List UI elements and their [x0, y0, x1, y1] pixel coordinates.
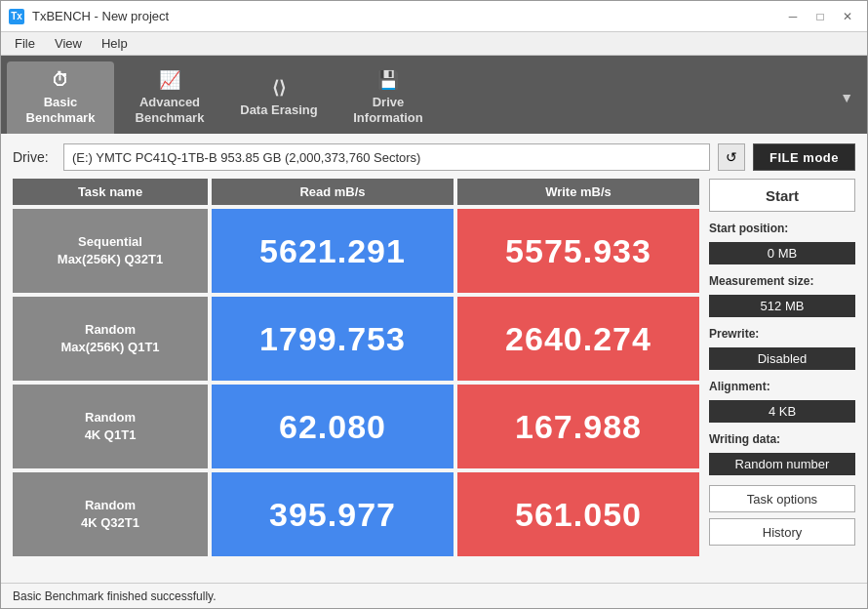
cell-write-1: 2640.274 — [457, 297, 699, 381]
toolbar: ⏱ BasicBenchmark 📈 AdvancedBenchmark ⟨⟩ … — [1, 56, 867, 134]
results-area: Task name Read mB/s Write mB/s Sequentia… — [13, 179, 855, 575]
advanced-benchmark-icon: 📈 — [159, 69, 180, 91]
right-panel: Start Start position: 0 MB Measurement s… — [709, 179, 855, 575]
cell-write-2: 167.988 — [457, 385, 699, 468]
start-position-value: 0 MB — [709, 242, 855, 264]
table-row: RandomMax(256K) Q1T1 1799.753 2640.274 — [13, 297, 699, 381]
title-bar: Tx TxBENCH - New project ─ □ ✕ — [1, 1, 867, 32]
start-position-label: Start position: — [709, 222, 855, 235]
maximize-button[interactable]: □ — [809, 8, 832, 25]
measurement-size-label: Measurement size: — [709, 274, 855, 288]
drive-label: Drive: — [13, 149, 56, 165]
dropdown-arrow[interactable]: ▼ — [832, 61, 861, 134]
menu-file[interactable]: File — [5, 34, 45, 53]
tab-data-erasing[interactable]: ⟨⟩ Data Erasing — [225, 61, 333, 134]
row-label-1: RandomMax(256K) Q1T1 — [13, 297, 208, 381]
main-window: Tx TxBENCH - New project ─ □ ✕ File View… — [0, 0, 868, 609]
cell-read-2: 62.080 — [212, 385, 454, 468]
close-button[interactable]: ✕ — [836, 8, 859, 25]
alignment-value: 4 KB — [709, 400, 855, 423]
writing-data-label: Writing data: — [709, 432, 855, 446]
col-write: Write mB/s — [457, 179, 699, 205]
col-task-name: Task name — [13, 179, 208, 205]
row-label-3: Random4K Q32T1 — [13, 472, 208, 556]
drive-refresh-button[interactable]: ↺ — [718, 143, 745, 171]
alignment-label: Alignment: — [709, 380, 855, 393]
advanced-benchmark-label: AdvancedBenchmark — [136, 95, 205, 125]
data-erasing-icon: ⟨⟩ — [272, 77, 286, 99]
drive-select[interactable]: (E:) YMTC PC41Q-1TB-B 953.85 GB (2,000,3… — [63, 143, 710, 171]
table-row: Random4K Q32T1 395.977 561.050 — [13, 472, 699, 556]
prewrite-value: Disabled — [709, 347, 855, 370]
writing-data-value: Random number — [709, 453, 855, 475]
file-mode-button[interactable]: FILE mode — [753, 143, 855, 171]
table-row: SequentialMax(256K) Q32T1 5621.291 5575.… — [13, 209, 699, 293]
main-content: Drive: (E:) YMTC PC41Q-1TB-B 953.85 GB (… — [1, 134, 867, 585]
tab-advanced-benchmark[interactable]: 📈 AdvancedBenchmark — [116, 61, 223, 134]
row-label-0: SequentialMax(256K) Q32T1 — [13, 209, 208, 293]
prewrite-label: Prewrite: — [709, 327, 855, 341]
cell-read-3: 395.977 — [212, 472, 454, 556]
window-title: TxBENCH - New project — [32, 9, 169, 23]
table-header: Task name Read mB/s Write mB/s — [13, 179, 699, 205]
drive-select-wrapper: (E:) YMTC PC41Q-1TB-B 953.85 GB (2,000,3… — [63, 143, 710, 171]
results-table: Task name Read mB/s Write mB/s Sequentia… — [13, 179, 699, 575]
history-button[interactable]: History — [709, 518, 855, 546]
col-read: Read mB/s — [212, 179, 454, 205]
cell-read-0: 5621.291 — [212, 209, 454, 293]
row-label-2: Random4K Q1T1 — [13, 385, 208, 468]
table-row: Random4K Q1T1 62.080 167.988 — [13, 385, 699, 468]
title-bar-left: Tx TxBENCH - New project — [9, 9, 169, 24]
tab-basic-benchmark[interactable]: ⏱ BasicBenchmark — [7, 61, 114, 134]
basic-benchmark-label: BasicBenchmark — [26, 95, 96, 125]
minimize-button[interactable]: ─ — [781, 8, 805, 25]
title-bar-controls: ─ □ ✕ — [781, 8, 859, 25]
data-erasing-label: Data Erasing — [240, 102, 317, 118]
app-icon: Tx — [9, 9, 24, 24]
toolbar-spacer — [444, 61, 830, 134]
refresh-icon: ↺ — [726, 149, 737, 165]
cell-write-3: 561.050 — [457, 472, 699, 556]
menu-bar: File View Help — [1, 32, 867, 56]
drive-information-icon: 💾 — [377, 69, 399, 91]
status-bar: Basic Benchmark finished successfully. — [1, 583, 867, 608]
tab-drive-information[interactable]: 💾 DriveInformation — [335, 61, 442, 134]
status-text: Basic Benchmark finished successfully. — [13, 589, 217, 603]
drive-row: Drive: (E:) YMTC PC41Q-1TB-B 953.85 GB (… — [13, 143, 855, 171]
cell-write-0: 5575.933 — [457, 209, 699, 293]
measurement-size-value: 512 MB — [709, 295, 855, 317]
cell-read-1: 1799.753 — [212, 297, 454, 381]
menu-view[interactable]: View — [45, 34, 92, 53]
task-options-button[interactable]: Task options — [709, 485, 855, 512]
drive-information-label: DriveInformation — [353, 95, 423, 125]
start-button[interactable]: Start — [709, 179, 855, 212]
menu-help[interactable]: Help — [92, 34, 138, 53]
basic-benchmark-icon: ⏱ — [52, 70, 69, 91]
